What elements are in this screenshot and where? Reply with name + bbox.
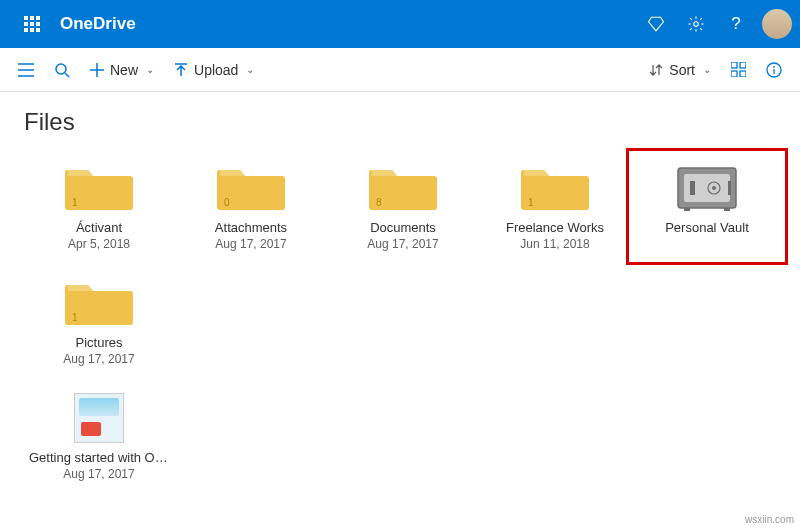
upload-label: Upload bbox=[194, 62, 238, 78]
svg-point-7 bbox=[773, 66, 775, 68]
view-tiles-button[interactable] bbox=[721, 48, 756, 92]
folder-count: 1 bbox=[528, 197, 534, 208]
folder-item[interactable]: 0 AttachmentsAug 17, 2017 bbox=[176, 154, 326, 259]
search-icon bbox=[54, 62, 70, 78]
file-thumbnail bbox=[74, 393, 124, 443]
svg-rect-15 bbox=[724, 208, 730, 211]
diamond-icon bbox=[647, 15, 665, 33]
item-name: Freelance Works bbox=[506, 220, 604, 235]
vault-icon bbox=[672, 162, 742, 214]
app-launcher-button[interactable] bbox=[8, 0, 56, 48]
gear-icon bbox=[687, 15, 705, 33]
sort-label: Sort bbox=[669, 62, 695, 78]
item-date: Aug 17, 2017 bbox=[367, 237, 438, 251]
item-date: Apr 5, 2018 bbox=[68, 237, 130, 251]
item-date: Aug 17, 2017 bbox=[215, 237, 286, 251]
svg-point-1 bbox=[56, 64, 66, 74]
item-name: Getting started with OneD... bbox=[29, 450, 169, 465]
svg-rect-2 bbox=[731, 62, 737, 68]
folder-item[interactable]: 1 PicturesAug 17, 2017 bbox=[24, 269, 174, 374]
chevron-down-icon: ⌄ bbox=[146, 64, 154, 75]
info-icon bbox=[766, 62, 782, 78]
command-bar: New ⌄ Upload ⌄ Sort ⌄ bbox=[0, 48, 800, 92]
svg-rect-12 bbox=[690, 181, 695, 195]
sort-button[interactable]: Sort ⌄ bbox=[639, 48, 721, 92]
item-date: Aug 17, 2017 bbox=[63, 467, 134, 481]
item-name: Personal Vault bbox=[665, 220, 749, 235]
folder-count: 1 bbox=[72, 312, 78, 323]
item-name: Attachments bbox=[215, 220, 287, 235]
tiles-icon bbox=[731, 62, 746, 77]
svg-point-11 bbox=[712, 186, 716, 190]
premium-button[interactable] bbox=[636, 0, 676, 48]
svg-rect-13 bbox=[728, 181, 731, 195]
item-name: Pictures bbox=[76, 335, 123, 350]
sort-icon bbox=[649, 63, 663, 77]
folder-count: 1 bbox=[72, 197, 78, 208]
waffle-icon bbox=[24, 16, 40, 32]
info-button[interactable] bbox=[756, 48, 792, 92]
chevron-down-icon: ⌄ bbox=[246, 64, 254, 75]
new-label: New bbox=[110, 62, 138, 78]
svg-rect-3 bbox=[740, 62, 746, 68]
svg-rect-4 bbox=[731, 71, 737, 77]
upload-button[interactable]: Upload ⌄ bbox=[164, 48, 264, 92]
plus-icon bbox=[90, 63, 104, 77]
search-button[interactable] bbox=[44, 48, 80, 92]
folder-item[interactable]: 1 ÁctivantApr 5, 2018 bbox=[24, 154, 174, 259]
svg-rect-5 bbox=[740, 71, 746, 77]
hamburger-icon bbox=[18, 63, 34, 77]
file-item[interactable]: Getting started with OneD...Aug 17, 2017 bbox=[24, 384, 174, 489]
file-grid: 1 ÁctivantApr 5, 2018 0 AttachmentsAug 1… bbox=[24, 154, 776, 489]
account-avatar[interactable] bbox=[762, 9, 792, 39]
item-name: Documents bbox=[370, 220, 436, 235]
brand-name: OneDrive bbox=[60, 14, 136, 34]
page-title: Files bbox=[24, 108, 776, 136]
new-button[interactable]: New ⌄ bbox=[80, 48, 164, 92]
help-button[interactable]: ? bbox=[716, 0, 756, 48]
settings-button[interactable] bbox=[676, 0, 716, 48]
item-date: Aug 17, 2017 bbox=[63, 352, 134, 366]
folder-item[interactable]: 8 DocumentsAug 17, 2017 bbox=[328, 154, 478, 259]
svg-rect-14 bbox=[684, 208, 690, 211]
folder-count: 8 bbox=[376, 197, 382, 208]
item-date: Jun 11, 2018 bbox=[520, 237, 589, 251]
upload-icon bbox=[174, 63, 188, 77]
nav-toggle-button[interactable] bbox=[8, 48, 44, 92]
svg-point-0 bbox=[694, 22, 699, 27]
watermark-text: wsxiin.com bbox=[745, 514, 794, 525]
chevron-down-icon: ⌄ bbox=[703, 64, 711, 75]
item-name: Áctivant bbox=[76, 220, 122, 235]
folder-count: 0 bbox=[224, 197, 230, 208]
help-icon: ? bbox=[731, 14, 740, 34]
folder-item[interactable]: 1 Freelance WorksJun 11, 2018 bbox=[480, 154, 630, 259]
global-header: OneDrive ? bbox=[0, 0, 800, 48]
vault-item[interactable]: Personal Vault bbox=[632, 154, 782, 259]
content-area: Files 1 ÁctivantApr 5, 2018 0 Attachment… bbox=[0, 92, 800, 505]
